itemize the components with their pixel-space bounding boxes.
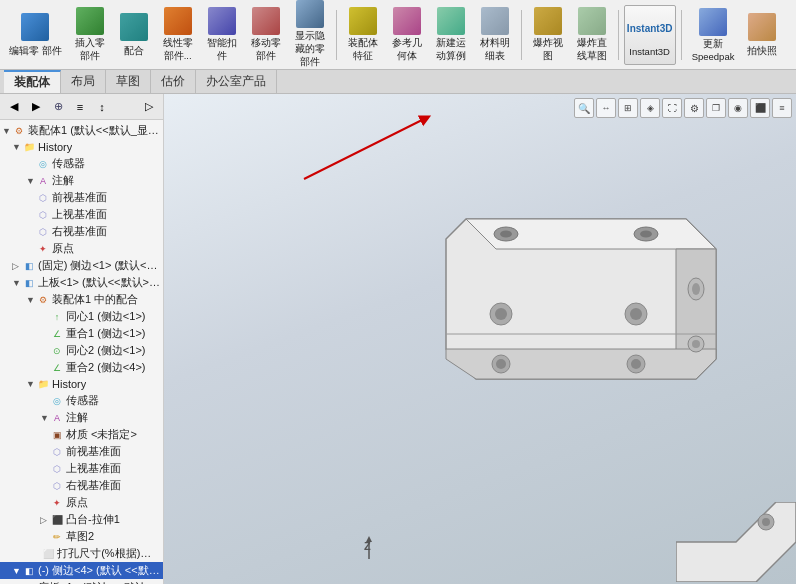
new-motion-button[interactable]: 新建运动算例 xyxy=(430,5,472,65)
instant3d-button[interactable]: Instant3D Instant3D xyxy=(624,5,676,65)
tab-assembly[interactable]: 装配体 xyxy=(4,70,61,93)
tree-mate-concentric1[interactable]: ↑ 同心1 (侧边<1>) xyxy=(0,308,163,325)
tree-front-plane[interactable]: ⬡ 前视基准面 xyxy=(0,189,163,206)
edit-part-button[interactable]: 编辑零 部件 xyxy=(4,5,67,65)
sb-forward-button[interactable]: ▶ xyxy=(26,97,46,117)
tree-label: 同心1 (侧边<1>) xyxy=(66,309,145,324)
tree-top-plane[interactable]: ⬡ 上视基准面 xyxy=(0,206,163,223)
display-style-button[interactable]: ⛶ xyxy=(662,98,682,118)
tree-label: 右视基准面 xyxy=(66,478,121,493)
move-part-button[interactable]: 移动零部件 xyxy=(245,5,287,65)
zoom-button[interactable]: ↔ xyxy=(596,98,616,118)
mate-button[interactable]: 配合 xyxy=(113,5,155,65)
svg-marker-27 xyxy=(366,536,372,542)
tree-right-plane[interactable]: ⬡ 右视基准面 xyxy=(0,223,163,240)
tab-layout[interactable]: 布局 xyxy=(61,70,106,93)
tree-label: 传感器 xyxy=(66,393,99,408)
sb-menu-button[interactable]: ≡ xyxy=(70,97,90,117)
tree-label: 上视基准面 xyxy=(66,461,121,476)
tree-history-2[interactable]: ▼ 📁 History xyxy=(0,376,163,392)
tree-mate-coincident2[interactable]: ∠ 重合2 (侧边<4>) xyxy=(0,359,163,376)
svg-point-25 xyxy=(762,518,770,526)
arrow-annotation xyxy=(294,114,454,196)
annotation-icon: A xyxy=(50,411,64,425)
tree-root-assembly[interactable]: ▼ ⚙ 装配体1 (默认<<默认_显示状态 xyxy=(0,122,163,139)
realview-button[interactable]: ⬛ xyxy=(750,98,770,118)
update-speedpak-button[interactable]: 更新Speedpak xyxy=(687,5,740,65)
tree-top-plate[interactable]: ▼ ◧ 上板<1> (默认<<默认>) 显 xyxy=(0,274,163,291)
smart-fastener-button[interactable]: 智能扣件 xyxy=(201,5,243,65)
tree-front-plane-2[interactable]: ⬡ 前视基准面 xyxy=(0,443,163,460)
explode-view-button[interactable]: 爆炸视图 xyxy=(527,5,569,65)
settings-button[interactable]: ⚙ xyxy=(684,98,704,118)
annotation-svg xyxy=(294,114,454,194)
mate-icon: ∠ xyxy=(50,327,64,341)
tab-office[interactable]: 办公室产品 xyxy=(196,70,277,93)
tree-origin-1[interactable]: ✦ 原点 xyxy=(0,240,163,257)
linear-part-button[interactable]: 线性零部件... xyxy=(157,5,199,65)
sensor-icon: ◎ xyxy=(50,394,64,408)
svg-point-12 xyxy=(495,308,507,320)
show-hidden-button[interactable]: 显示隐藏的零部件 xyxy=(289,5,331,65)
view-more-button[interactable]: ≡ xyxy=(772,98,792,118)
partial-part-svg xyxy=(676,502,796,582)
tree-label: 注解 xyxy=(52,173,74,188)
ref-geometry-button[interactable]: 参考几何体 xyxy=(386,5,428,65)
explode-line-button[interactable]: 爆炸直线草图 xyxy=(571,5,613,65)
sensor-icon: ◎ xyxy=(36,157,50,171)
svg-point-22 xyxy=(692,340,700,348)
main-area: ◀ ▶ ⊕ ≡ ↕ ▷ ▼ ⚙ 装配体1 (默认<<默认_显示状态 ▼ 📁 Hi… xyxy=(0,94,796,584)
svg-point-20 xyxy=(692,283,700,295)
tree-label: 重合2 (侧边<4>) xyxy=(66,360,145,375)
3d-viewport[interactable]: 🔍 ↔ ⊞ ◈ ⛶ ⚙ ❐ ◉ ⬛ ≡ xyxy=(164,94,796,584)
tree-sketch2[interactable]: ✏ 草图2 xyxy=(0,528,163,545)
tree-right-plane-2[interactable]: ⬡ 右视基准面 xyxy=(0,477,163,494)
tree-mates-group[interactable]: ▼ ⚙ 装配体1 中的配合 xyxy=(0,291,163,308)
toolbar-separator-2 xyxy=(521,10,522,60)
plane-icon: ⬡ xyxy=(36,208,50,222)
tab-estimate[interactable]: 估价 xyxy=(151,70,196,93)
tree-sensor-1[interactable]: ◎ 传感器 xyxy=(0,155,163,172)
sb-add-button[interactable]: ⊕ xyxy=(48,97,68,117)
tree-side4-selected[interactable]: ▼ ◧ (-) 侧边<4> (默认 <<默认> xyxy=(0,562,163,579)
insert-part-button[interactable]: 插入零部件 xyxy=(69,5,111,65)
tree-material[interactable]: ▣ 材质 <未指定> xyxy=(0,426,163,443)
tree-label: 打孔尺寸(%根据)内六角圆 xyxy=(57,546,161,561)
tree-label: 原点 xyxy=(66,495,88,510)
scene-button[interactable]: ◉ xyxy=(728,98,748,118)
plane-icon: ⬡ xyxy=(50,479,64,493)
appearance-button[interactable]: ❐ xyxy=(706,98,726,118)
tree-label: 右视基准面 xyxy=(52,224,107,239)
tree-boss-extrude[interactable]: ▷ ⬛ 凸台-拉伸1 xyxy=(0,511,163,528)
tree-label: 材质 <未指定> xyxy=(66,427,137,442)
tree-label: 传感器 xyxy=(52,156,85,171)
tree-sensor-2[interactable]: ◎ 传感器 xyxy=(0,392,163,409)
tree-mate-coincident1[interactable]: ∠ 重合1 (侧边<1>) xyxy=(0,325,163,342)
view-orient-button[interactable]: ⊞ xyxy=(618,98,638,118)
tree-history-1[interactable]: ▼ 📁 History xyxy=(0,139,163,155)
tree-fixed-side[interactable]: ▷ ◧ (固定) 侧边<1> (默认<<默认 xyxy=(0,257,163,274)
sb-back-button[interactable]: ◀ xyxy=(4,97,24,117)
tree-origin-2[interactable]: ✦ 原点 xyxy=(0,494,163,511)
tab-sketch[interactable]: 草图 xyxy=(106,70,151,93)
tree-hole-feature[interactable]: ⬜ 打孔尺寸(%根据)内六角圆 xyxy=(0,545,163,562)
tree-mate-concentric2[interactable]: ⊙ 同心2 (侧边<1>) xyxy=(0,342,163,359)
bom-button[interactable]: 材料明细表 xyxy=(474,5,516,65)
mate-icon: ∠ xyxy=(50,361,64,375)
sb-expand-button[interactable]: ▷ xyxy=(139,97,159,117)
tree-annotation-1[interactable]: ▼ A 注解 xyxy=(0,172,163,189)
section-view-button[interactable]: ◈ xyxy=(640,98,660,118)
tab-bar: 装配体 布局 草图 估价 办公室产品 xyxy=(0,70,796,94)
zoom-to-fit-button[interactable]: 🔍 xyxy=(574,98,594,118)
material-icon: ▣ xyxy=(50,428,64,442)
part-icon: ◧ xyxy=(22,259,36,273)
asm-feature-button[interactable]: 装配体特征 xyxy=(342,5,384,65)
tree-annotation-2[interactable]: ▼ A 注解 xyxy=(0,409,163,426)
tree-label: 前视基准面 xyxy=(66,444,121,459)
sb-collapse-button[interactable]: ↕ xyxy=(92,97,112,117)
snapshot-button[interactable]: 拍快照 xyxy=(741,5,783,65)
origin-icon: ✦ xyxy=(50,496,64,510)
tree-top-plane-2[interactable]: ⬡ 上视基准面 xyxy=(0,460,163,477)
tree-base-plate[interactable]: ▷ ◧ 底板<1> (默认 <<默认>) 显 xyxy=(0,579,163,584)
part-icon: ◧ xyxy=(22,564,36,578)
